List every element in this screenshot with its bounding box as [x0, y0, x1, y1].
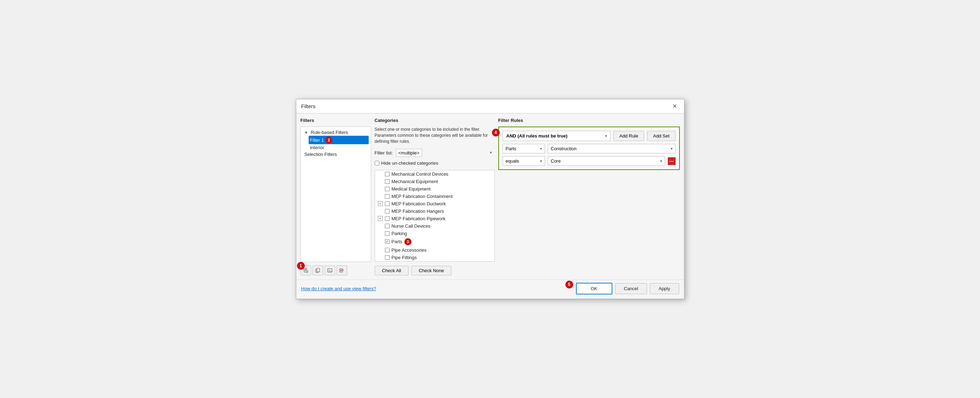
- rule-value-select[interactable]: Core: [548, 156, 665, 166]
- filter1-label: Filter 1: [310, 137, 324, 143]
- rule-param-select[interactable]: Parts: [503, 144, 545, 153]
- svg-text:A: A: [328, 269, 330, 273]
- category-label: Medical Equipment: [391, 186, 431, 192]
- and-select-wrapper: AND (All rules must be true): [503, 131, 611, 141]
- tree-toggle-icon: ▼: [304, 130, 308, 135]
- rules-box: 4 AND (All rules must be true) Add Rule …: [498, 126, 680, 170]
- title-bar: Filters ✕: [296, 99, 684, 113]
- rule-param-wrapper: Parts: [503, 144, 545, 153]
- hide-unchecked-label[interactable]: Hide un-checked categories: [382, 160, 438, 166]
- filters-dialog: Filters ✕ Filters ▼ Rule-based Filters F…: [296, 99, 684, 299]
- filter-list-select[interactable]: <multiple>: [396, 149, 422, 157]
- duplicate-filter-button[interactable]: [313, 265, 323, 275]
- remove-rule-button[interactable]: —: [668, 157, 676, 165]
- dialog-footer: How do I create and use view filters? 5 …: [296, 280, 684, 299]
- hide-unchecked-checkbox[interactable]: [375, 161, 379, 165]
- badge-3: 3: [404, 238, 411, 245]
- category-item[interactable]: Mechanical Equipment: [375, 178, 495, 185]
- and-condition-select[interactable]: AND (All rules must be true): [503, 131, 611, 141]
- ok-button[interactable]: OK: [576, 283, 612, 294]
- badge-4: 4: [492, 129, 500, 136]
- category-label: MEP Fabrication Ductwork: [391, 201, 446, 206]
- cat-buttons: Check All Check None: [375, 266, 495, 275]
- filters-toolbar: 1: [301, 265, 371, 275]
- interior-label: Interior: [310, 145, 324, 150]
- rule-row-2: equals Core —: [503, 156, 676, 166]
- footer-buttons: 5 OK Cancel Apply: [576, 283, 679, 294]
- category-checkbox[interactable]: [385, 194, 390, 199]
- apply-button[interactable]: Apply: [650, 283, 679, 294]
- tree-selection-filters[interactable]: Selection Filters: [303, 151, 369, 158]
- tree-interior[interactable]: Interior: [309, 144, 369, 151]
- check-all-button[interactable]: Check All: [375, 266, 409, 275]
- close-button[interactable]: ✕: [670, 102, 679, 110]
- hide-unchecked-row: Hide un-checked categories: [375, 160, 495, 166]
- category-checkbox[interactable]: [385, 231, 390, 236]
- category-item[interactable]: Nurse Call Devices: [375, 222, 495, 230]
- category-checkbox[interactable]: [385, 255, 390, 260]
- badge-1: 1: [297, 262, 305, 270]
- add-rule-button[interactable]: Add Rule: [613, 131, 644, 141]
- filter-rules-label: Filter Rules: [498, 118, 680, 123]
- rule-condition-wrapper: Construction: [548, 144, 676, 153]
- category-checkbox[interactable]: [385, 172, 390, 176]
- categories-panel-label: Categories: [375, 118, 495, 123]
- selection-filters-label: Selection Filters: [304, 152, 337, 157]
- categories-description: Select one or more categories to be incl…: [375, 126, 495, 144]
- category-item[interactable]: Pipe Accessories: [375, 246, 495, 254]
- categories-list: Mechanical Control DevicesMechanical Equ…: [375, 170, 495, 262]
- category-item[interactable]: ✓Parts3: [375, 237, 495, 246]
- filter-list-select-wrapper: <multiple>: [396, 149, 495, 157]
- rule-row-1: Parts Construction: [503, 144, 676, 153]
- category-checkbox[interactable]: [385, 201, 390, 206]
- expand-icon[interactable]: +: [378, 216, 383, 221]
- cancel-button[interactable]: Cancel: [615, 283, 647, 294]
- duplicate-icon: [315, 268, 320, 273]
- tree-rule-based[interactable]: ▼ Rule-based Filters: [303, 129, 369, 136]
- help-link[interactable]: How do I create and use view filters?: [301, 286, 376, 291]
- new-icon: [303, 268, 308, 273]
- category-items-container: Mechanical Control DevicesMechanical Equ…: [375, 170, 495, 261]
- dialog-title: Filters: [301, 103, 316, 109]
- category-label: Parking: [391, 231, 407, 236]
- expand-icon[interactable]: +: [378, 201, 383, 206]
- category-item[interactable]: Pipe Fittings: [375, 254, 495, 261]
- category-item[interactable]: Medical Equipment: [375, 185, 495, 193]
- rules-top-row: 4 AND (All rules must be true) Add Rule …: [503, 131, 676, 141]
- filters-panel-label: Filters: [301, 118, 371, 123]
- rule-operator-select[interactable]: equals: [503, 156, 545, 166]
- category-item[interactable]: MEP Fabrication Hangers: [375, 208, 495, 215]
- rule-condition-select[interactable]: Construction: [548, 144, 676, 153]
- add-set-button[interactable]: Add Set: [647, 131, 675, 141]
- category-checkbox[interactable]: ✓: [385, 239, 390, 244]
- category-label: Mechanical Equipment: [391, 179, 438, 184]
- category-item[interactable]: +MEP Fabrication Ductwork: [375, 200, 495, 208]
- category-item[interactable]: Parking: [375, 230, 495, 237]
- check-none-button[interactable]: Check None: [411, 266, 452, 275]
- category-label: Pipe Fittings: [391, 255, 417, 260]
- category-checkbox[interactable]: [385, 216, 390, 221]
- filter-list-label: Filter list:: [375, 150, 393, 155]
- tree-filter1[interactable]: Filter 1 2: [309, 136, 369, 144]
- filters-tree: ▼ Rule-based Filters Filter 1 2 Interior…: [301, 126, 371, 262]
- category-checkbox[interactable]: [385, 209, 390, 214]
- category-label: Pipe Accessories: [391, 248, 426, 253]
- category-checkbox[interactable]: [385, 224, 390, 229]
- category-label: MEP Fabrication Hangers: [391, 209, 444, 214]
- category-checkbox[interactable]: [385, 179, 390, 184]
- badge-5: 5: [565, 281, 573, 288]
- category-checkbox[interactable]: [385, 248, 390, 253]
- category-label: MEP Fabrication Pipework: [391, 216, 445, 221]
- filter-rules-panel: Filter Rules 4 AND (All rules must be tr…: [498, 118, 680, 275]
- delete-filter-button[interactable]: [337, 265, 347, 275]
- filters-panel: Filters ▼ Rule-based Filters Filter 1 2 …: [301, 118, 371, 275]
- main-content: Filters ▼ Rule-based Filters Filter 1 2 …: [296, 113, 684, 279]
- rename-filter-button[interactable]: A: [325, 265, 335, 275]
- category-checkbox[interactable]: [385, 187, 390, 191]
- category-item[interactable]: Mechanical Control Devices: [375, 170, 495, 178]
- rule-operator-wrapper: equals: [503, 156, 545, 166]
- rule-based-label: Rule-based Filters: [311, 130, 348, 135]
- category-item[interactable]: +MEP Fabrication Pipework: [375, 215, 495, 222]
- categories-panel: Categories Select one or more categories…: [375, 118, 495, 275]
- category-item[interactable]: MEP Fabrication Containment: [375, 193, 495, 200]
